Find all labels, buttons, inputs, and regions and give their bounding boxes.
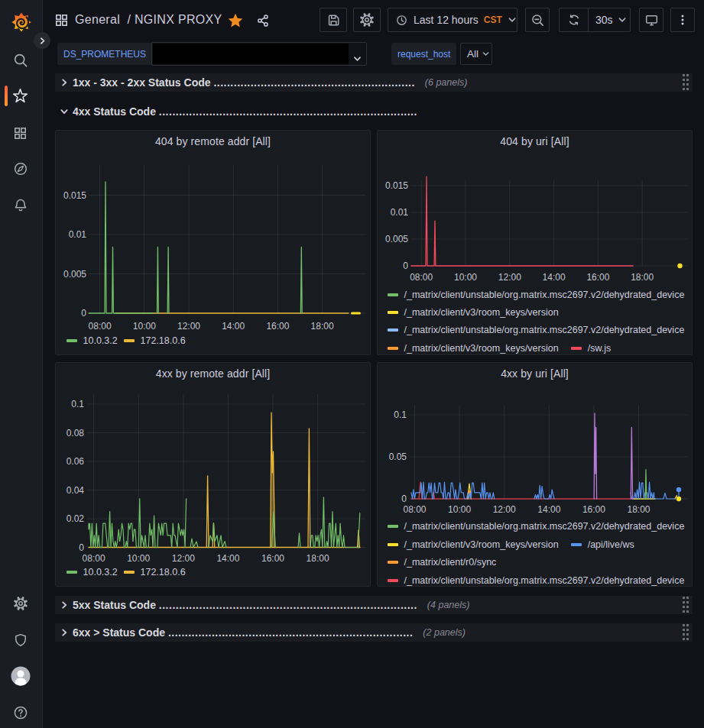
svg-text:12:00: 12:00 [177, 321, 200, 332]
svg-text:0.1: 0.1 [394, 409, 407, 420]
svg-text:0: 0 [403, 260, 408, 271]
svg-text:0.015: 0.015 [385, 180, 408, 191]
svg-text:08:00: 08:00 [83, 553, 105, 564]
svg-text:12:00: 12:00 [498, 272, 521, 283]
svg-text:0.015: 0.015 [63, 190, 86, 201]
svg-text:08:00: 08:00 [410, 272, 433, 283]
svg-text:0.05: 0.05 [389, 451, 407, 462]
svg-text:0.005: 0.005 [385, 234, 408, 244]
svg-text:10:00: 10:00 [454, 272, 477, 283]
svg-text:10:00: 10:00 [448, 504, 471, 515]
svg-text:18:00: 18:00 [311, 321, 334, 332]
svg-text:10:00: 10:00 [133, 321, 156, 332]
svg-text:0.01: 0.01 [391, 207, 409, 218]
svg-text:0.005: 0.005 [63, 269, 86, 280]
svg-text:16:00: 16:00 [261, 553, 284, 564]
svg-text:12:00: 12:00 [172, 553, 195, 564]
svg-text:0: 0 [79, 542, 84, 553]
svg-text:14:00: 14:00 [537, 504, 560, 515]
svg-text:14:00: 14:00 [216, 553, 239, 564]
svg-text:16:00: 16:00 [266, 321, 289, 332]
svg-text:14:00: 14:00 [222, 321, 245, 332]
svg-text:0.06: 0.06 [67, 456, 85, 467]
svg-text:18:00: 18:00 [631, 272, 654, 283]
svg-text:10:00: 10:00 [127, 553, 150, 564]
svg-text:14:00: 14:00 [543, 272, 566, 283]
svg-text:18:00: 18:00 [307, 553, 329, 564]
svg-text:16:00: 16:00 [586, 272, 609, 283]
svg-text:0.02: 0.02 [67, 513, 85, 524]
svg-text:18:00: 18:00 [627, 504, 650, 515]
svg-text:0.08: 0.08 [67, 428, 85, 438]
svg-text:16:00: 16:00 [582, 504, 605, 515]
svg-text:12:00: 12:00 [493, 504, 516, 515]
svg-text:08:00: 08:00 [403, 504, 426, 515]
svg-text:0: 0 [81, 308, 86, 319]
svg-text:0.01: 0.01 [69, 229, 87, 240]
svg-text:0.04: 0.04 [67, 485, 85, 496]
svg-text:0.1: 0.1 [71, 399, 84, 409]
svg-text:0: 0 [401, 493, 407, 504]
svg-text:08:00: 08:00 [89, 321, 112, 332]
